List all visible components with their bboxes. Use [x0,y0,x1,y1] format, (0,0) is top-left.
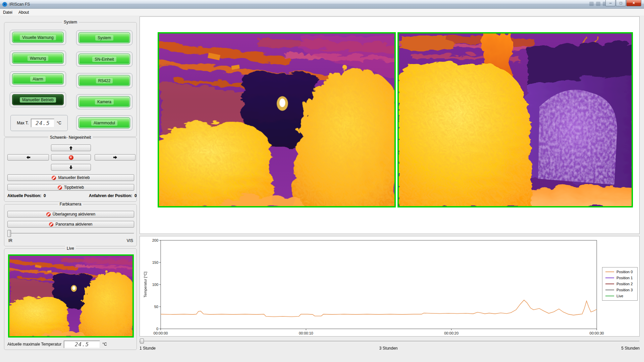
window-controls: – □ × [605,0,641,6]
prohibition-icon [46,212,51,217]
current-position-value: 0 [44,193,46,198]
max-t-unit: °C [57,121,61,125]
timeline-label-3h: 3 Stunden [379,346,398,351]
ir-vis-slider-handle[interactable] [7,230,11,237]
manual-mode-button[interactable]: Manueller Betrieb [7,174,134,181]
color-camera-groupbox-title: Farbkamera [58,202,83,206]
alarmmodul-button[interactable]: Alarmmodul [78,117,130,128]
panorama-activate-button[interactable]: Panorama aktivieren [7,221,134,228]
rs422-button[interactable]: RS422 [78,75,130,86]
system-button[interactable]: System [78,32,130,43]
legend-entry: Position 3 [605,288,634,292]
thermal-image-right [397,32,633,207]
current-max-temp-label: Aktuelle maximale Temperatur [7,342,61,347]
prohibition-icon [49,222,53,227]
thermal-display-panel [140,16,640,234]
right-arrow-icon [113,155,117,160]
visuelle-warnung-frame: Visuelle Warnung [10,30,66,45]
kamera-button[interactable]: Kamera [78,96,130,107]
svg-text:00:00:10: 00:00:10 [299,331,313,335]
legend-entry: Live [605,294,634,298]
chart-legend: Position 0 Position 1 Position 2 Positio… [602,267,638,301]
max-t-input[interactable]: 24.5 [31,119,54,127]
legend-line-swatch [605,272,614,272]
prohibition-icon [58,185,62,190]
color-camera-groupbox: Farbkamera Überlagerung aktivieren Panor… [4,204,137,246]
svg-text:00:00:30: 00:00:30 [590,331,604,335]
maximize-icon: □ [620,1,622,5]
glass-tray-artifact [596,2,600,6]
close-button[interactable]: × [626,0,641,6]
legend-line-swatch [605,284,614,284]
warnung-button[interactable]: Warnung [12,53,64,64]
pan-tilt-groupbox: Schwenk- Neigeeinheit × Manueller Betrie… [4,137,137,202]
minimize-icon: – [609,1,612,5]
menu-about[interactable]: About [15,9,32,16]
pan-left-button[interactable] [7,154,49,161]
timeline-slider[interactable] [140,339,640,344]
svg-text:00:00:00: 00:00:00 [154,331,168,335]
maximize-button[interactable]: □ [616,0,626,6]
alarm-button[interactable]: Alarm [12,73,64,84]
left-arrow-icon [26,155,31,160]
app-icon [2,2,7,7]
timeline-label-5h: 5 Stunden [621,346,640,351]
tilt-down-button[interactable] [51,164,91,171]
manueller-betrieb-status-button[interactable]: Manueller Betrieb [12,94,64,105]
current-max-temp-display: 24.5 [64,341,100,348]
max-t-frame: Max T. 24.5 °C [10,115,68,131]
svg-text:150: 150 [152,260,158,264]
system-groupbox-title: System [62,20,79,24]
alarmmodul-frame: Alarmmodul [76,115,132,130]
svg-text:100: 100 [152,283,158,287]
visuelle-warnung-button[interactable]: Visuelle Warnung [12,32,64,43]
svg-text:Temperatur [°C]: Temperatur [°C] [143,272,147,297]
up-arrow-icon [69,146,73,150]
system-frame: System [76,30,132,45]
current-max-temp-row: Aktuelle maximale Temperatur 24.5 °C [7,340,135,349]
target-position: Anfahren der Position: 0 [89,193,137,198]
tilt-up-button[interactable] [51,144,91,151]
timeline-slider-handle[interactable] [140,339,144,344]
ir-label: IR [8,238,12,243]
overlay-activate-button[interactable]: Überlagerung aktivieren [7,211,134,218]
pan-right-button[interactable] [95,154,136,161]
stop-icon: × [69,155,73,160]
timeline-slider-track[interactable] [140,341,640,342]
legend-entry: Position 0 [605,270,634,274]
sn-einheit-frame: SN-Einheit [76,52,132,67]
max-t-label: Max T. [17,121,29,125]
kamera-frame: Kamera [76,94,132,109]
legend-line-swatch [605,290,614,290]
alarm-frame: Alarm [10,71,66,86]
target-position-value: 0 [135,193,137,198]
minimize-button[interactable]: – [605,0,615,6]
legend-line-swatch [605,278,614,278]
svg-text:00:00:20: 00:00:20 [444,331,459,335]
stop-button[interactable]: × [51,154,91,161]
live-groupbox: Live Aktuelle maximale Temperatur 24.5 °… [4,248,137,350]
warnung-frame: Warnung [10,51,66,66]
timeline-labels: 1 Stunde 3 Stunden 5 Stunden [140,346,640,351]
legend-entry: Position 2 [605,282,634,286]
manueller-betrieb-status-frame: Manueller Betrieb [10,92,66,107]
glass-tray-artifact [589,2,594,6]
menu-datei[interactable]: Datei [0,9,15,16]
legend-line-swatch [605,296,614,296]
ir-vis-slider-track[interactable] [7,233,134,234]
timeline-label-1h: 1 Stunde [140,346,156,351]
temperature-chart: 05010015020000:00:0000:00:1000:00:2000:0… [140,236,639,336]
svg-text:0: 0 [156,327,158,331]
rs422-frame: RS422 [76,73,132,88]
live-groupbox-title: Live [65,246,76,251]
legend-entry: Position 1 [605,276,634,280]
down-arrow-icon [69,165,73,170]
ir-vis-slider[interactable] [7,230,134,237]
jog-mode-button[interactable]: Tippbetrieb [7,184,134,191]
svg-text:50: 50 [154,305,158,309]
window-title: IRIScan FS [9,2,30,7]
svg-text:200: 200 [152,238,158,242]
prohibition-icon [52,176,56,180]
sn-einheit-button[interactable]: SN-Einheit [78,54,130,65]
temperature-chart-panel: 05010015020000:00:0000:00:1000:00:2000:0… [140,236,640,337]
